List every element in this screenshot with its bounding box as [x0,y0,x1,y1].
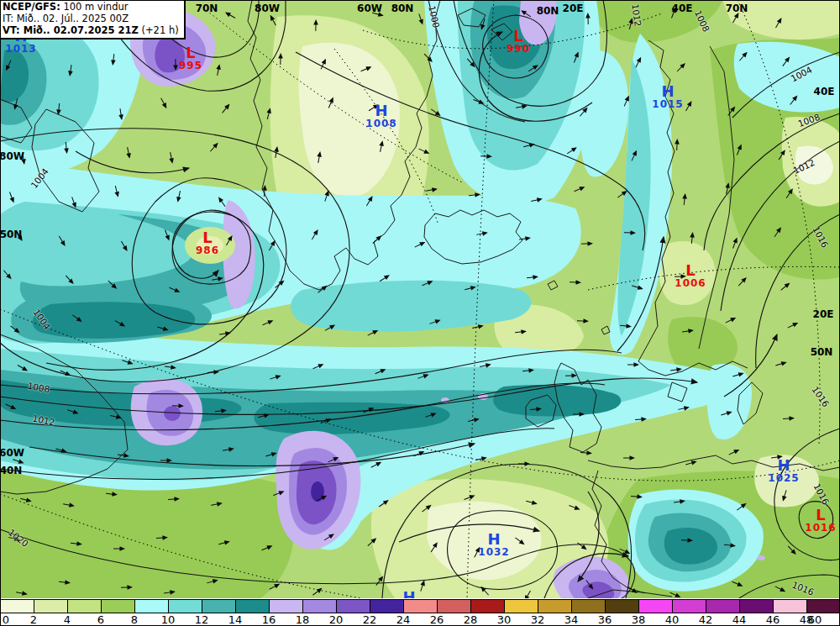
pressure-value: 1013 [5,45,36,55]
init-time-line: IT: Mið.. 02. Júl.. 2025 00Z [3,13,179,24]
colorbar-tick-label: 28 [464,613,478,626]
title-box: NCEP/GFS: 100 m vindur IT: Mið.. 02. Júl… [0,0,186,39]
geo-coordinate-label: 20E [563,3,584,14]
pressure-letter: L [685,264,695,276]
forecast-offset: (+21 h) [139,24,179,36]
colorbar-tick-label: 60 [808,613,822,626]
colorbar-tick-label: 4 [64,613,71,626]
colorbar-cell [101,599,134,613]
pressure-letter: H [375,104,387,117]
pressure-letter: H [777,459,790,471]
pressure-center-low: L995 [179,46,202,71]
pressure-letter: L [513,29,522,42]
weather-map-page: { "header": { "l1b": "NCEP/GFS:", "l1": … [0,0,840,626]
isobar-value-label: 1016 [811,481,831,506]
colorbar-tick-label: 20 [329,613,344,626]
isobar-value-label: 1008 [27,381,50,394]
geo-coordinate-label: 80N [537,5,559,17]
colorbar-tick-label: 46 [766,613,780,626]
geo-coordinate-label: 40E [672,3,693,14]
geo-coordinate-label: 50N [0,229,22,240]
pressure-center-low: L990 [507,29,530,54]
colorbar-tick-label: 24 [396,613,411,626]
isobar-value-label: 1016 [811,224,830,249]
colorbar-cell [739,599,773,613]
colorbar-tick-label: 14 [228,613,243,626]
colorbar-cell [706,599,739,613]
colorbar-cell [34,599,67,613]
colorbar-cell [370,599,403,613]
colorbar-tick-label: 42 [699,613,713,626]
pressure-letter: L [186,46,195,59]
colorbar-cell [571,599,605,613]
colorbar-cell [67,599,101,613]
pressure-center-low: L986 [196,231,219,255]
colorbar-cell [168,599,202,613]
isobar-value-label: 1004 [31,308,52,332]
geo-coordinate-label: 20E [813,308,834,320]
pressure-value: 1015 [652,100,683,110]
wind-speed-colorbar: 0246810121416182022242628303234363840424… [0,598,840,626]
pressure-letter: H [402,591,415,598]
colorbar-tick-label: 0 [3,613,9,626]
pressure-center-low: L1016 [805,508,836,533]
colorbar-cell [437,599,470,613]
colorbar-cell [638,599,672,613]
colorbar-tick-label: 10 [161,613,176,626]
colorbar-cell [538,599,571,613]
colorbar-tick-label: 38 [632,613,646,626]
weather-map: 70N80W60W80N80N20E40E70N80W50N60W40N40E2… [0,0,840,598]
colorbar-tick-label: 6 [97,613,104,626]
pressure-center-high: H1025 [768,459,799,483]
geo-coordinate-label: 80N [391,3,414,14]
isobar-value-label: 1012 [630,3,643,27]
colorbar-tick-label: 2 [30,613,37,626]
pressure-center-high: H [402,591,415,598]
pressure-value: 1016 [805,523,836,534]
geo-coordinate-label: 70N [196,3,218,14]
isobar-value-label: 1012 [791,157,816,176]
model-field: 100 m vindur [60,1,129,13]
valid-time-line: VT: Mið.. 02.07.2025 21Z (+21 h) [3,24,179,36]
colorbar-tick-label: 40 [665,613,680,626]
colorbar-tick-label: 16 [262,613,276,626]
geo-coordinate-label: 50N [811,346,833,358]
colorbar-cell [672,599,706,613]
colorbar-cell [134,599,168,613]
isobar-value-label: 1004 [29,166,50,190]
isobar-value-label: 1004 [789,64,813,83]
pressure-center-high: H1032 [478,533,509,557]
geo-coordinate-label: 80W [255,3,280,14]
colorbar-cell [470,599,504,613]
colorbar-cell [504,599,538,613]
geo-coordinate-label: 60W [0,447,24,459]
pressure-letter: H [487,533,500,545]
pressure-value: 1008 [365,119,396,129]
colorbar-cell [269,599,302,613]
colorbar-tick-label: 12 [195,613,209,626]
colorbar-cell [773,599,806,613]
pressure-letter: H [661,85,674,97]
pressure-value: 1032 [478,548,509,558]
pressure-value: 986 [196,246,219,256]
pressure-value: 995 [179,61,202,71]
geo-coordinate-label: 80W [0,150,24,162]
colorbar-tick-label: 18 [296,613,310,626]
geo-coordinate-label: 40E [814,86,835,97]
map-labels: 70N80W60W80N80N20E40E70N80W50N60W40N40E2… [0,0,840,598]
colorbar-cell [336,599,370,613]
colorbar-cells [0,599,840,613]
colorbar-tick-label: 34 [564,613,579,626]
colorbar-tick-label: 26 [430,613,444,626]
colorbar-tick-label: 44 [732,613,747,626]
colorbar-cell [806,599,840,613]
pressure-letter: L [816,508,825,521]
colorbar-tick-label: 36 [598,613,612,626]
colorbar-cell [235,599,269,613]
valid-time: VT: Mið.. 02.07.2025 21Z [3,24,139,36]
colorbar-cell [0,599,34,613]
geo-coordinate-label: 70N [726,3,748,14]
pressure-value: 1006 [675,279,706,289]
isobar-value-label: 1008 [796,112,821,129]
geo-coordinate-label: 40N [0,465,22,476]
